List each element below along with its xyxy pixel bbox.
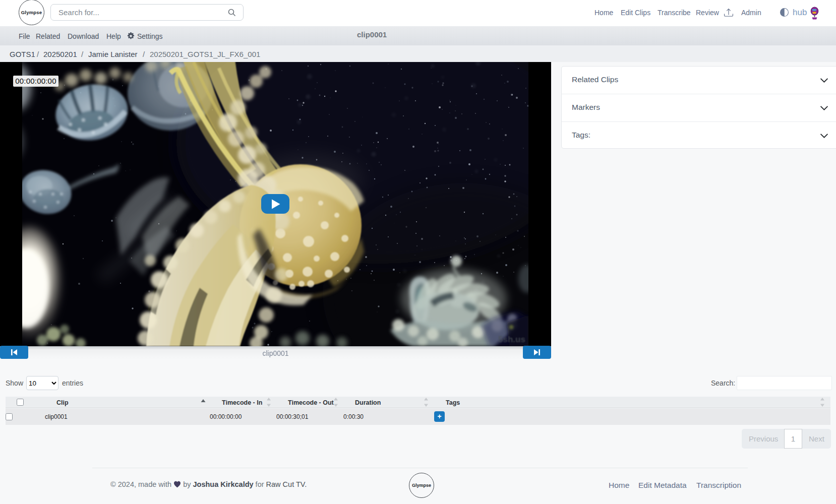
svg-text:5sh.us: 5sh.us	[498, 335, 525, 344]
